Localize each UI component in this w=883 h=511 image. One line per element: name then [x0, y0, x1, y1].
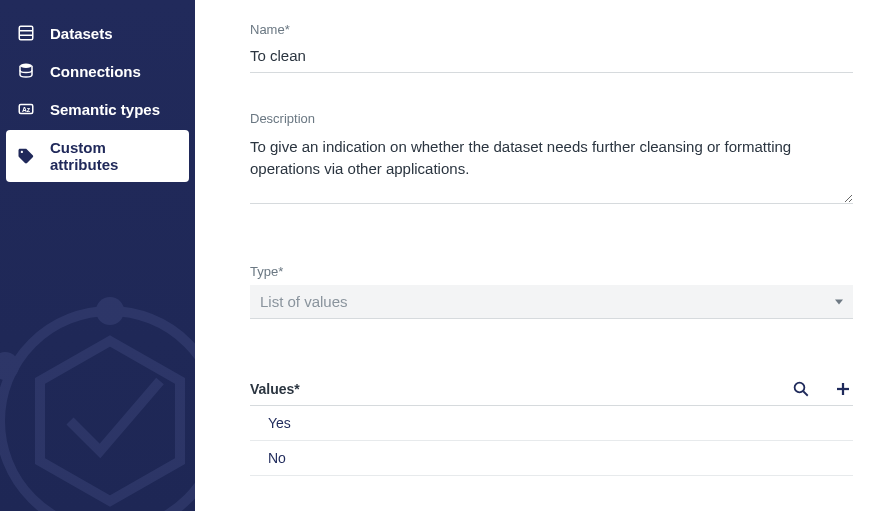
- type-field: Type* List of values: [250, 264, 853, 319]
- description-input[interactable]: [250, 132, 853, 204]
- custom-attributes-icon: [16, 146, 36, 166]
- description-field: Description: [250, 111, 853, 208]
- svg-point-2: [0, 352, 19, 380]
- svg-point-9: [795, 383, 805, 393]
- sidebar-item-semantic-types[interactable]: Az Semantic types: [0, 90, 195, 128]
- main-content: Name* Description Type* List of values V…: [195, 0, 883, 511]
- sidebar-item-label: Datasets: [50, 25, 113, 42]
- sidebar-decoration: [0, 271, 195, 511]
- value-label: No: [268, 450, 286, 466]
- sidebar-item-datasets[interactable]: Datasets: [0, 14, 195, 52]
- value-row[interactable]: Yes: [250, 406, 853, 441]
- sidebar-item-label: Semantic types: [50, 101, 160, 118]
- sidebar-item-label: Connections: [50, 63, 141, 80]
- values-section: Values* Yes No: [250, 379, 853, 476]
- semantic-types-icon: Az: [16, 99, 36, 119]
- value-row[interactable]: No: [250, 441, 853, 476]
- svg-point-1: [96, 297, 124, 325]
- svg-line-10: [803, 391, 808, 396]
- type-select[interactable]: List of values: [250, 285, 853, 319]
- sidebar-item-custom-attributes[interactable]: Custom attributes: [6, 130, 189, 182]
- sidebar-item-label: Custom attributes: [50, 139, 175, 173]
- value-label: Yes: [268, 415, 291, 431]
- type-label: Type*: [250, 264, 853, 279]
- values-label: Values*: [250, 381, 791, 397]
- values-header: Values*: [250, 379, 853, 406]
- add-icon[interactable]: [833, 379, 853, 399]
- name-label: Name*: [250, 22, 853, 37]
- type-select-value: List of values: [260, 293, 348, 310]
- description-label: Description: [250, 111, 853, 126]
- search-icon[interactable]: [791, 379, 811, 399]
- name-field: Name*: [250, 22, 853, 73]
- svg-point-6: [20, 64, 32, 69]
- svg-point-0: [0, 311, 195, 511]
- datasets-icon: [16, 23, 36, 43]
- svg-rect-3: [19, 26, 33, 40]
- sidebar: Datasets Connections Az Semantic types C…: [0, 0, 195, 511]
- name-input[interactable]: [250, 43, 853, 73]
- chevron-down-icon: [835, 299, 843, 304]
- sidebar-item-connections[interactable]: Connections: [0, 52, 195, 90]
- connections-icon: [16, 61, 36, 81]
- svg-text:Az: Az: [22, 106, 31, 113]
- values-actions: [791, 379, 853, 399]
